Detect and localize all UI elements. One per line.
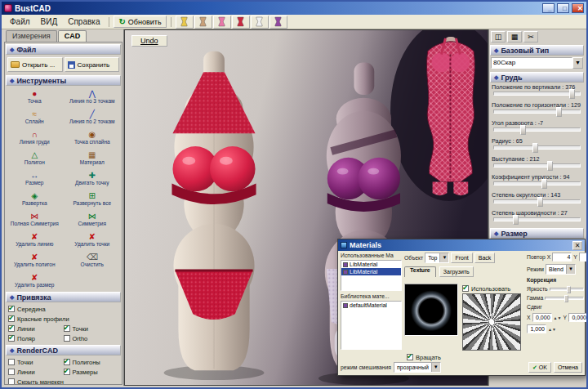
checkbox[interactable] (8, 359, 15, 365)
open-button[interactable]: Открыть ... (7, 57, 63, 72)
mannequin-preset-button-3[interactable] (213, 16, 231, 29)
front-button[interactable]: Front (451, 253, 472, 263)
checkbox[interactable] (8, 369, 15, 375)
spinner-arrows-icon[interactable]: ▲▼ (554, 316, 562, 320)
tool-line-3pt[interactable]: ⋀Линия по 3 точкам (64, 87, 122, 107)
tool-unfold[interactable]: ◈Развертка (6, 189, 64, 209)
mannequin-view-icon[interactable]: ◫ (491, 31, 506, 42)
list-item[interactable]: defaultMaterial (341, 302, 401, 309)
tab-texture[interactable]: Texture (404, 266, 436, 277)
tool-material[interactable]: ▦Материал (64, 148, 122, 168)
mannequin-preset-button-4[interactable] (232, 16, 250, 29)
breast-section-header[interactable]: Грудь (490, 72, 584, 83)
minimize-button[interactable] (542, 3, 555, 13)
slider[interactable] (493, 145, 581, 150)
snap-red-profiles[interactable]: Красные профили (8, 314, 118, 324)
repeat-y-field[interactable]: 1 (579, 253, 588, 262)
tools-section-header[interactable]: Инструменты (6, 75, 121, 86)
menu-file[interactable]: Файл (5, 16, 35, 27)
chevron-down-icon[interactable]: ▼ (439, 253, 448, 262)
slider-handle[interactable] (541, 179, 547, 189)
tab-measurements[interactable]: Измерения (6, 30, 57, 42)
rotate-checkbox-row[interactable]: Вращать (407, 352, 441, 362)
tool-breast-line[interactable]: ∩Линия груди (6, 127, 64, 148)
save-button[interactable]: Сохранить (65, 57, 120, 72)
checkbox[interactable] (64, 325, 70, 332)
checkbox[interactable] (407, 354, 413, 360)
repeat-x-field[interactable]: 4 (552, 253, 572, 262)
slider-handle[interactable] (556, 107, 562, 117)
refresh-button[interactable]: Обновить (114, 16, 166, 28)
tool-dimension[interactable]: ↔Размер (6, 168, 64, 189)
shift-y-field[interactable]: 0,000 (568, 313, 588, 322)
close-button[interactable] (572, 3, 584, 13)
blend-mode-select[interactable]: прозрачный ▼ (394, 362, 441, 373)
materials-close-button[interactable]: ✕ (572, 241, 582, 250)
mannequin-preset-button-1[interactable] (176, 16, 194, 29)
snap-section-header[interactable]: Привязка (6, 292, 121, 302)
gamma-value-field[interactable]: 1,000 (527, 324, 546, 333)
tool-line-2pt[interactable]: ╱Линия по 2 точкам (64, 107, 122, 127)
checkbox[interactable] (8, 378, 15, 385)
slider-handle[interactable] (513, 215, 519, 225)
tool-spline[interactable]: ≈Сплайн (6, 107, 64, 127)
tool-delete-line[interactable]: ✘Удалить линию (6, 230, 64, 250)
undo-button[interactable]: Undo (131, 35, 167, 47)
tool-delete-points[interactable]: ✘Удалить точки (64, 230, 122, 250)
slider-handle[interactable] (567, 286, 571, 293)
tool-polygon[interactable]: △Полигон (6, 148, 64, 168)
render-polygons[interactable]: Полигоны (64, 357, 119, 367)
materials-dialog-titlebar[interactable]: Materials ✕ (338, 239, 585, 251)
mannequin-preset-button-6[interactable] (270, 16, 287, 29)
tab-cad[interactable]: CAD (58, 30, 87, 42)
slider[interactable] (493, 181, 581, 186)
tool-delete-polygon[interactable]: ✘Удалить полигон (6, 250, 64, 271)
slider[interactable] (493, 199, 581, 203)
checkbox[interactable] (64, 359, 70, 365)
slider-handle[interactable] (537, 197, 543, 207)
snap-polar[interactable]: Поляр (8, 333, 64, 343)
snap-middle[interactable]: Середина (8, 304, 118, 314)
tool-delete-dimension[interactable]: ✘Удалить размер (6, 271, 64, 291)
use-texture-checkbox-row[interactable]: Использовать (462, 284, 510, 293)
mannequin-preset-button-5[interactable] (251, 16, 269, 29)
shift-x-field[interactable]: 0,000 (532, 313, 552, 322)
tool-point[interactable]: ●Точка (6, 87, 64, 107)
slider[interactable] (493, 92, 581, 96)
library-materials-list[interactable]: defaultMaterial (341, 301, 402, 350)
checkbox[interactable] (462, 285, 469, 292)
chevron-down-icon[interactable]: ▼ (431, 363, 440, 372)
tool-full-symmetry[interactable]: ⋈Полная Симметрия (6, 209, 64, 230)
cancel-button[interactable]: Отмена (554, 362, 582, 373)
chevron-down-icon[interactable]: ▼ (566, 265, 575, 274)
slider-handle[interactable] (564, 295, 568, 302)
slider-handle[interactable] (532, 143, 538, 153)
slider-handle[interactable] (520, 125, 526, 135)
texture-preview-dark[interactable] (404, 284, 458, 336)
list-item[interactable]: LibMaterial (341, 268, 401, 275)
object-select[interactable]: Top ▼ (425, 253, 449, 263)
checkbox[interactable] (64, 335, 70, 342)
slider[interactable] (493, 110, 581, 114)
render-hide-mannequin[interactable]: Скрыть манекен (8, 377, 118, 385)
back-button[interactable]: Back (474, 253, 496, 263)
slider[interactable] (493, 127, 581, 132)
list-item[interactable]: LibMaterial (341, 261, 401, 268)
load-button[interactable]: Загрузить (439, 266, 474, 277)
slider-handle[interactable] (569, 89, 575, 99)
tool-unfold-all[interactable]: ⊞Развернуть все (64, 189, 122, 209)
file-section-header[interactable]: Файл (6, 44, 121, 55)
texture-preview-pattern[interactable] (462, 293, 521, 351)
slider[interactable] (493, 163, 581, 168)
slider-handle[interactable] (547, 161, 553, 171)
maximize-button[interactable] (557, 3, 569, 13)
spinner-arrows-icon[interactable]: ▲▼ (548, 328, 556, 331)
snap-points[interactable]: Точки (64, 324, 119, 333)
used-materials-list[interactable]: LibMaterial LibMaterial (341, 260, 402, 291)
render-points[interactable]: Точки (8, 357, 64, 367)
checkbox[interactable] (8, 325, 15, 332)
tool-spline-point[interactable]: ◉Точка сплайна (64, 127, 122, 148)
mannequin-preset-button-2[interactable] (194, 16, 212, 29)
gamma-slider[interactable] (545, 297, 584, 300)
render-dimensions[interactable]: Размеры (64, 367, 119, 377)
